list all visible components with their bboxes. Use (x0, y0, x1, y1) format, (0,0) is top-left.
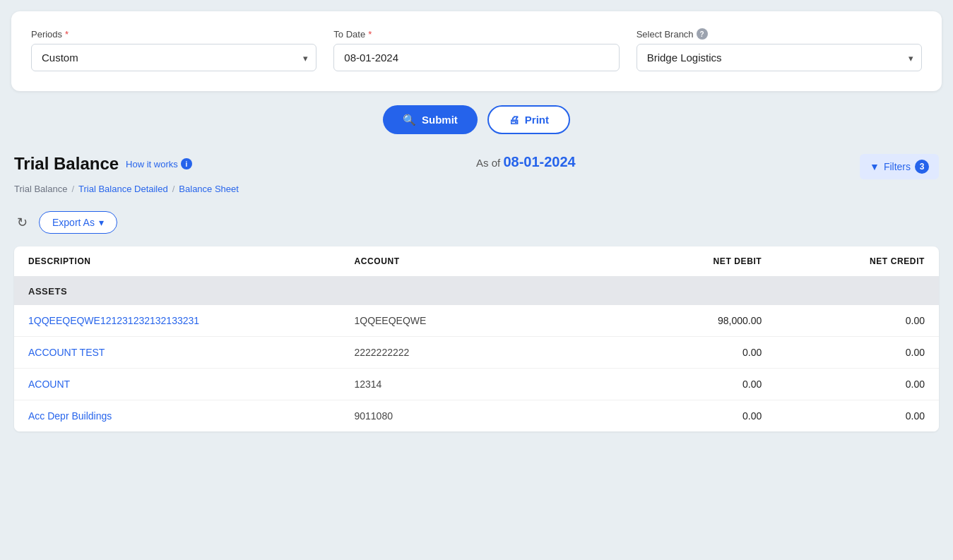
refresh-button[interactable]: ↻ (14, 212, 30, 233)
as-of-text: As of 08-01-2024 (192, 154, 860, 170)
col-header-net-debit: NET DEBIT (599, 256, 762, 266)
branch-label: Select Branch ? (637, 28, 922, 40)
print-button[interactable]: 🖨 Print (487, 105, 570, 134)
as-of-date: 08-01-2024 (503, 154, 575, 169)
export-label: Export As (52, 217, 95, 228)
row-4-account: 9011080 (354, 410, 598, 422)
periods-label-text: Periods (31, 29, 62, 40)
branch-select-wrapper: Bridge Logistics ▾ (637, 44, 922, 71)
breadcrumb-link-label-2: Balance Sheet (179, 184, 239, 194)
table-header-row: DESCRIPTION ACCOUNT NET DEBIT NET CREDIT (14, 246, 939, 278)
to-date-required-star: * (368, 29, 372, 40)
row-3-account: 12314 (354, 379, 598, 390)
how-it-works-label: How it works (126, 159, 178, 169)
breadcrumb-sep-1: / (71, 184, 74, 194)
search-icon: 🔍 (403, 114, 416, 126)
print-icon: 🖨 (509, 114, 519, 126)
breadcrumb: Trial Balance / Trial Balance Detailed /… (14, 184, 939, 194)
breadcrumb-item-trial-balance: Trial Balance (14, 184, 67, 194)
action-buttons-row: 🔍 Submit 🖨 Print (11, 105, 942, 134)
submit-label: Submit (422, 114, 458, 126)
row-4-net-credit: 0.00 (762, 410, 925, 422)
breadcrumb-item-trial-balance-detailed[interactable]: Trial Balance Detailed (78, 184, 168, 194)
title-group: Trial Balance How it works i (14, 154, 192, 174)
col-header-account: ACCOUNT (354, 256, 598, 266)
col-header-net-credit: NET CREDIT (762, 256, 925, 266)
submit-button[interactable]: 🔍 Submit (383, 105, 478, 134)
row-1-description-link[interactable]: 1QQEEQEQWE121231232132133231 (28, 315, 354, 326)
breadcrumb-link-label-1: Trial Balance Detailed (78, 184, 168, 194)
row-2-net-debit: 0.00 (599, 347, 762, 358)
main-report-section: Trial Balance How it works i As of 08-01… (11, 154, 942, 431)
row-1-net-debit: 98,000.00 (599, 315, 762, 326)
filter-icon: ▼ (870, 161, 880, 172)
row-2-net-credit: 0.00 (762, 347, 925, 358)
filters-button[interactable]: ▼ Filters 3 (860, 154, 939, 179)
branch-label-text: Select Branch (637, 29, 694, 40)
toolbar-row: ↻ Export As ▾ (14, 211, 939, 234)
filter-card: Periods * Custom This Month Last Month T… (11, 11, 942, 91)
to-date-label-text: To Date (333, 29, 365, 40)
to-date-input[interactable] (333, 44, 619, 71)
filters-label: Filters (884, 161, 911, 172)
row-3-net-credit: 0.00 (762, 379, 925, 390)
branch-select[interactable]: Bridge Logistics (637, 44, 922, 71)
row-4-net-debit: 0.00 (599, 410, 762, 422)
refresh-icon: ↻ (17, 215, 28, 230)
periods-select[interactable]: Custom This Month Last Month This Quarte… (31, 44, 316, 71)
section-assets: ASSETS (14, 278, 939, 305)
row-2-account: 2222222222 (354, 347, 598, 358)
export-chevron-icon: ▾ (99, 217, 104, 228)
row-1-account: 1QQEEQEQWE (354, 315, 598, 326)
data-table: DESCRIPTION ACCOUNT NET DEBIT NET CREDIT… (14, 246, 939, 431)
how-it-works-link[interactable]: How it works i (126, 158, 192, 169)
to-date-field: To Date * (333, 29, 619, 71)
row-3-description-link[interactable]: ACOUNT (28, 379, 354, 390)
info-icon: i (181, 158, 192, 169)
report-title: Trial Balance (14, 154, 119, 174)
branch-field: Select Branch ? Bridge Logistics ▾ (637, 28, 922, 71)
periods-field: Periods * Custom This Month Last Month T… (31, 29, 316, 71)
row-2-description-link[interactable]: ACCOUNT TEST (28, 347, 354, 358)
as-of-prefix: As of (476, 157, 500, 169)
periods-label: Periods * (31, 29, 316, 40)
periods-required-star: * (65, 29, 69, 40)
periods-select-wrapper: Custom This Month Last Month This Quarte… (31, 44, 316, 71)
table-row: 1QQEEQEQWE121231232132133231 1QQEEQEQWE … (14, 305, 939, 337)
report-header: Trial Balance How it works i As of 08-01… (14, 154, 939, 179)
breadcrumb-item-balance-sheet[interactable]: Balance Sheet (179, 184, 239, 194)
branch-help-icon[interactable]: ? (697, 28, 708, 40)
table-row: ACOUNT 12314 0.00 0.00 (14, 369, 939, 400)
table-row: ACCOUNT TEST 2222222222 0.00 0.00 (14, 337, 939, 369)
breadcrumb-sep-2: / (172, 184, 175, 194)
col-header-description: DESCRIPTION (28, 256, 354, 266)
row-3-net-debit: 0.00 (599, 379, 762, 390)
export-button[interactable]: Export As ▾ (39, 211, 117, 234)
table-row: Acc Depr Buildings 9011080 0.00 0.00 (14, 400, 939, 431)
print-label: Print (525, 114, 549, 126)
to-date-label: To Date * (333, 29, 619, 40)
filter-count-badge: 3 (915, 160, 929, 174)
row-1-net-credit: 0.00 (762, 315, 925, 326)
row-4-description-link[interactable]: Acc Depr Buildings (28, 410, 354, 422)
report-title-area: Trial Balance How it works i (14, 154, 192, 174)
